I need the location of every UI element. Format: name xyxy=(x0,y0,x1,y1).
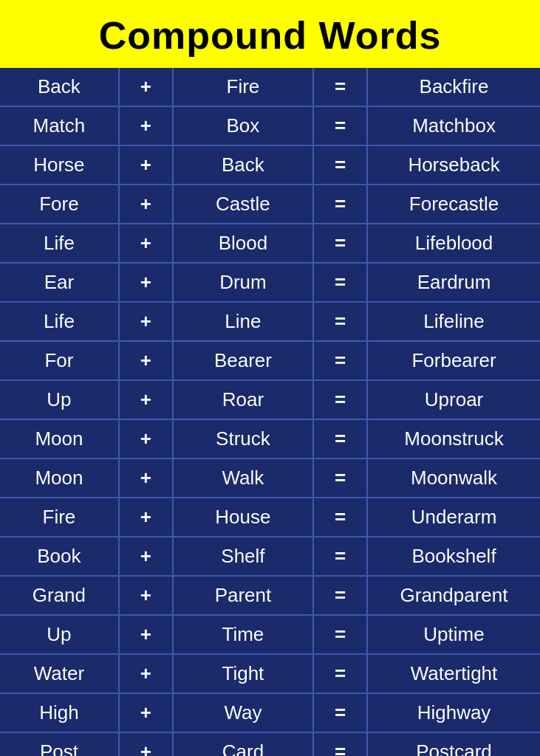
equals-symbol: = xyxy=(313,498,367,537)
plus-symbol: + xyxy=(119,302,173,341)
plus-symbol: + xyxy=(119,732,173,756)
equals-symbol: = xyxy=(313,576,367,615)
result-cell: Grandparent xyxy=(367,576,540,615)
word1-cell: Up xyxy=(0,380,119,419)
equals-symbol: = xyxy=(313,145,367,185)
word2-cell: House xyxy=(173,498,313,537)
word2-cell: Blood xyxy=(173,224,313,263)
equals-symbol: = xyxy=(313,732,367,756)
result-cell: Moonwalk xyxy=(367,458,540,498)
table-row: Up+Time=Uptime xyxy=(0,615,540,654)
plus-symbol: + xyxy=(119,615,173,654)
plus-symbol: + xyxy=(119,654,173,693)
equals-symbol: = xyxy=(313,106,367,145)
table-row: For+Bearer=Forbearer xyxy=(0,341,540,380)
table-row: Up+Roar=Uproar xyxy=(0,380,540,419)
result-cell: Backfire xyxy=(367,68,540,106)
plus-symbol: + xyxy=(119,341,173,380)
plus-symbol: + xyxy=(119,380,173,419)
word2-cell: Tight xyxy=(173,654,313,693)
word1-cell: Life xyxy=(0,224,119,263)
compound-words-table: Back+Fire=BackfireMatch+Box=MatchboxHors… xyxy=(0,68,540,756)
word1-cell: Moon xyxy=(0,419,119,458)
plus-symbol: + xyxy=(119,145,173,185)
table-row: Horse+Back=Horseback xyxy=(0,145,540,185)
result-cell: Eardrum xyxy=(367,263,540,302)
word2-cell: Card xyxy=(173,732,313,756)
word2-cell: Box xyxy=(173,106,313,145)
equals-symbol: = xyxy=(313,185,367,224)
equals-symbol: = xyxy=(313,693,367,732)
table-row: Moon+Walk=Moonwalk xyxy=(0,458,540,498)
word1-cell: Back xyxy=(0,68,119,106)
word2-cell: Fire xyxy=(173,68,313,106)
word2-cell: Drum xyxy=(173,263,313,302)
equals-symbol: = xyxy=(313,224,367,263)
result-cell: Highway xyxy=(367,693,540,732)
page-title: Compound Words xyxy=(0,0,540,68)
word1-cell: For xyxy=(0,341,119,380)
equals-symbol: = xyxy=(313,263,367,302)
result-cell: Moonstruck xyxy=(367,419,540,458)
word2-cell: Walk xyxy=(173,458,313,498)
plus-symbol: + xyxy=(119,576,173,615)
equals-symbol: = xyxy=(313,419,367,458)
equals-symbol: = xyxy=(313,68,367,106)
result-cell: Uptime xyxy=(367,615,540,654)
word2-cell: Back xyxy=(173,145,313,185)
word1-cell: Fire xyxy=(0,498,119,537)
word1-cell: Life xyxy=(0,302,119,341)
table-container: Back+Fire=BackfireMatch+Box=MatchboxHors… xyxy=(0,68,540,756)
plus-symbol: + xyxy=(119,185,173,224)
result-cell: Postcard xyxy=(367,732,540,756)
word1-cell: Match xyxy=(0,106,119,145)
table-row: Back+Fire=Backfire xyxy=(0,68,540,106)
table-row: Water+Tight=Watertight xyxy=(0,654,540,693)
word1-cell: Grand xyxy=(0,576,119,615)
table-row: Life+Line=Lifeline xyxy=(0,302,540,341)
word1-cell: Water xyxy=(0,654,119,693)
result-cell: Lifeline xyxy=(367,302,540,341)
equals-symbol: = xyxy=(313,654,367,693)
plus-symbol: + xyxy=(119,68,173,106)
equals-symbol: = xyxy=(313,537,367,576)
plus-symbol: + xyxy=(119,693,173,732)
table-row: Fire+House=Underarm xyxy=(0,498,540,537)
word2-cell: Castle xyxy=(173,185,313,224)
result-cell: Bookshelf xyxy=(367,537,540,576)
table-row: Grand+Parent=Grandparent xyxy=(0,576,540,615)
word1-cell: Moon xyxy=(0,458,119,498)
equals-symbol: = xyxy=(313,458,367,498)
word2-cell: Time xyxy=(173,615,313,654)
word1-cell: Book xyxy=(0,537,119,576)
table-row: Post+Card=Postcard xyxy=(0,732,540,756)
table-row: Life+Blood=Lifeblood xyxy=(0,224,540,263)
plus-symbol: + xyxy=(119,224,173,263)
table-row: Match+Box=Matchbox xyxy=(0,106,540,145)
plus-symbol: + xyxy=(119,106,173,145)
equals-symbol: = xyxy=(313,380,367,419)
table-row: Ear+Drum=Eardrum xyxy=(0,263,540,302)
plus-symbol: + xyxy=(119,458,173,498)
table-row: High+Way=Highway xyxy=(0,693,540,732)
word2-cell: Struck xyxy=(173,419,313,458)
table-row: Moon+Struck=Moonstruck xyxy=(0,419,540,458)
word1-cell: Horse xyxy=(0,145,119,185)
table-row: Fore+Castle=Forecastle xyxy=(0,185,540,224)
equals-symbol: = xyxy=(313,302,367,341)
word2-cell: Way xyxy=(173,693,313,732)
result-cell: Underarm xyxy=(367,498,540,537)
result-cell: Lifeblood xyxy=(367,224,540,263)
table-row: Book+Shelf=Bookshelf xyxy=(0,537,540,576)
word1-cell: Ear xyxy=(0,263,119,302)
result-cell: Matchbox xyxy=(367,106,540,145)
result-cell: Forecastle xyxy=(367,185,540,224)
word2-cell: Shelf xyxy=(173,537,313,576)
word1-cell: Fore xyxy=(0,185,119,224)
word2-cell: Roar xyxy=(173,380,313,419)
word2-cell: Parent xyxy=(173,576,313,615)
word2-cell: Bearer xyxy=(173,341,313,380)
result-cell: Horseback xyxy=(367,145,540,185)
equals-symbol: = xyxy=(313,615,367,654)
plus-symbol: + xyxy=(119,537,173,576)
